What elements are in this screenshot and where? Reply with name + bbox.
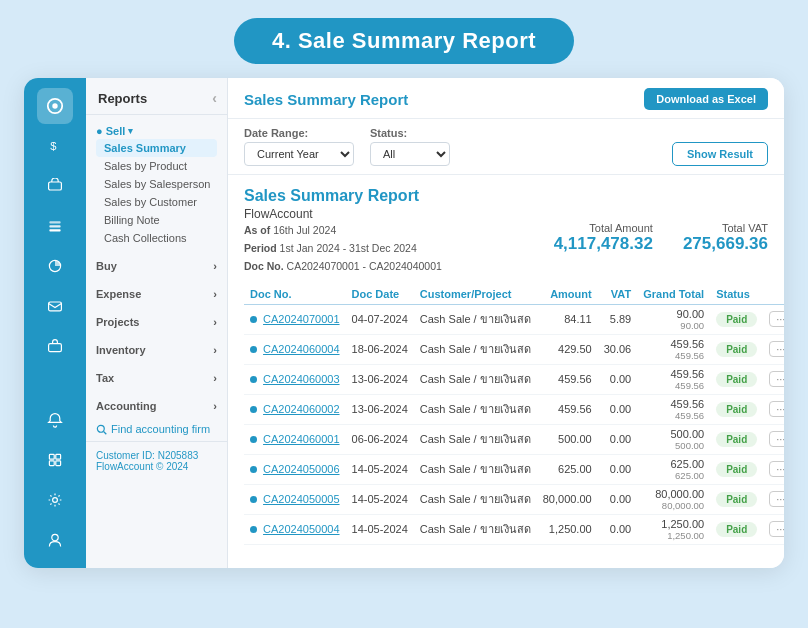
doc-link[interactable]: CA2024060003 xyxy=(263,373,339,385)
row-action-btn[interactable]: ··· xyxy=(769,371,784,387)
status-badge: Paid xyxy=(716,372,757,387)
svg-rect-4 xyxy=(49,221,60,223)
nav-item-sales-customer[interactable]: Sales by Customer xyxy=(96,193,217,211)
date-range-select[interactable]: Current Year Last Year This Month Custom xyxy=(244,142,354,166)
doc-link[interactable]: CA2024070001 xyxy=(263,313,339,325)
nav-item-cash-collections[interactable]: Cash Collections xyxy=(96,229,217,247)
col-amount[interactable]: Amount xyxy=(537,284,598,305)
nav-section-inventory: Inventory › xyxy=(86,333,227,361)
doc-link[interactable]: CA2024050004 xyxy=(263,523,339,535)
report-area: Sales Summary Report FlowAccount As of 1… xyxy=(228,175,784,568)
nav-section-sell: ● Sell ▾ Sales Summary Sales by Product … xyxy=(86,115,227,249)
sidebar-icon-activity[interactable] xyxy=(37,88,73,124)
col-status[interactable]: Status xyxy=(710,284,763,305)
doc-link[interactable]: CA2024050005 xyxy=(263,493,339,505)
sidebar-icon-grid[interactable] xyxy=(37,442,73,478)
cell-customer: Cash Sale / ขายเงินสด xyxy=(414,394,537,424)
row-dot xyxy=(250,346,257,353)
total-vat-value: 275,669.36 xyxy=(683,234,768,254)
row-action-btn[interactable]: ··· xyxy=(769,311,784,327)
cell-status: Paid xyxy=(710,454,763,484)
nav-section-sell-title[interactable]: ● Sell ▾ xyxy=(96,121,217,139)
sidebar-icon-briefcase[interactable] xyxy=(37,328,73,364)
nav-panel: Reports ‹ ● Sell ▾ Sales Summary Sales b… xyxy=(86,78,228,568)
sidebar-icon-layers[interactable] xyxy=(37,208,73,244)
cell-actions: ··· xyxy=(763,454,784,484)
row-action-btn[interactable]: ··· xyxy=(769,431,784,447)
cell-doc-no: CA2024050006 xyxy=(244,454,346,484)
customer-id-value: N205883 xyxy=(158,450,199,461)
nav-section-inventory-title[interactable]: Inventory › xyxy=(96,339,217,359)
sidebar-icon-user[interactable] xyxy=(37,522,73,558)
status-select[interactable]: All Paid Unpaid xyxy=(370,142,450,166)
nav-item-sales-summary[interactable]: Sales Summary xyxy=(96,139,217,157)
cell-amount: 459.56 xyxy=(537,364,598,394)
total-amount-value: 4,117,478.32 xyxy=(554,234,653,254)
sub-amount: 90.00 xyxy=(643,320,704,331)
row-action-btn[interactable]: ··· xyxy=(769,461,784,477)
main-container: $ xyxy=(24,78,784,568)
svg-rect-13 xyxy=(56,461,61,466)
cell-vat: 0.00 xyxy=(598,424,638,454)
col-grand-total[interactable]: Grand Total xyxy=(637,284,710,305)
cell-status: Paid xyxy=(710,364,763,394)
row-action-btn[interactable]: ··· xyxy=(769,341,784,357)
nav-item-sales-salesperson[interactable]: Sales by Salesperson xyxy=(96,175,217,193)
show-result-button[interactable]: Show Result xyxy=(672,142,768,166)
nav-section-accounting: Accounting › xyxy=(86,389,227,417)
doc-link[interactable]: CA2024060004 xyxy=(263,343,339,355)
nav-search-label: Find accounting firm xyxy=(111,423,210,435)
sidebar-icon-pie[interactable] xyxy=(37,248,73,284)
chevron-right-icon-tax: › xyxy=(213,372,217,384)
doc-link[interactable]: CA2024050006 xyxy=(263,463,339,475)
row-action-btn[interactable]: ··· xyxy=(769,401,784,417)
cell-doc-date: 14-05-2024 xyxy=(346,514,414,544)
sidebar-icon-settings[interactable] xyxy=(37,482,73,518)
download-excel-button[interactable]: Download as Excel xyxy=(644,88,768,110)
sidebar-icon-dollar[interactable]: $ xyxy=(37,128,73,164)
cell-status: Paid xyxy=(710,304,763,334)
nav-item-billing-note[interactable]: Billing Note xyxy=(96,211,217,229)
content-area: Sales Summary Report Download as Excel D… xyxy=(228,78,784,568)
cell-doc-no: CA2024060004 xyxy=(244,334,346,364)
sidebar-bottom xyxy=(37,402,73,568)
nav-collapse-icon[interactable]: ‹ xyxy=(212,90,217,106)
sub-amount: 1,250.00 xyxy=(643,530,704,541)
col-customer[interactable]: Customer/Project xyxy=(414,284,537,305)
nav-section-tax-title[interactable]: Tax › xyxy=(96,367,217,387)
nav-section-expense-title[interactable]: Expense › xyxy=(96,283,217,303)
doc-link[interactable]: CA2024060002 xyxy=(263,403,339,415)
chevron-right-icon-accounting: › xyxy=(213,400,217,412)
nav-section-projects-title[interactable]: Projects › xyxy=(96,311,217,331)
cell-actions: ··· xyxy=(763,484,784,514)
cell-doc-date: 14-05-2024 xyxy=(346,454,414,484)
chevron-down-icon: ▾ xyxy=(128,126,133,136)
sidebar-icon-mail[interactable] xyxy=(37,288,73,324)
cell-customer: Cash Sale / ขายเงินสด xyxy=(414,364,537,394)
col-vat[interactable]: VAT xyxy=(598,284,638,305)
svg-rect-12 xyxy=(49,461,54,466)
nav-section-buy: Buy › xyxy=(86,249,227,277)
cell-grand-total: 459.56 459.56 xyxy=(637,394,710,424)
nav-section-accounting-title[interactable]: Accounting › xyxy=(96,395,217,415)
nav-section-buy-title[interactable]: Buy › xyxy=(96,255,217,275)
content-header: Sales Summary Report Download as Excel xyxy=(228,78,784,119)
nav-item-sales-product[interactable]: Sales by Product xyxy=(96,157,217,175)
cell-customer: Cash Sale / ขายเงินสด xyxy=(414,334,537,364)
row-action-btn[interactable]: ··· xyxy=(769,491,784,507)
table-row: CA2024050005 14-05-2024 Cash Sale / ขายเ… xyxy=(244,484,784,514)
svg-rect-8 xyxy=(49,302,62,311)
col-doc-date[interactable]: Doc Date xyxy=(346,284,414,305)
sidebar-icon-cart[interactable] xyxy=(37,168,73,204)
nav-search[interactable]: Find accounting firm xyxy=(86,417,227,441)
doc-link[interactable]: CA2024060001 xyxy=(263,433,339,445)
sidebar-icon-bell[interactable] xyxy=(37,402,73,438)
row-action-btn[interactable]: ··· xyxy=(769,521,784,537)
svg-rect-5 xyxy=(49,225,60,227)
col-doc-no[interactable]: Doc No. xyxy=(244,284,346,305)
cell-amount: 459.56 xyxy=(537,394,598,424)
cell-amount: 1,250.00 xyxy=(537,514,598,544)
cell-status: Paid xyxy=(710,484,763,514)
cell-amount: 84.11 xyxy=(537,304,598,334)
cell-grand-total: 459.56 459.56 xyxy=(637,334,710,364)
